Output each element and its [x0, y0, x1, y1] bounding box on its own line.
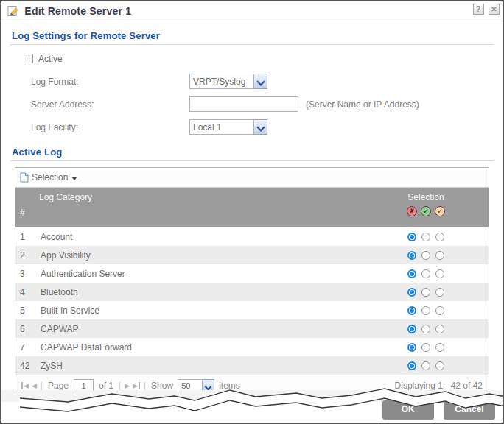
document-icon [20, 172, 29, 183]
chevron-down-icon[interactable] [254, 119, 267, 135]
log-facility-select[interactable]: Local 1 [189, 119, 267, 135]
chevron-down-icon[interactable] [254, 74, 267, 89]
items-label: items [219, 381, 240, 391]
radio-enable[interactable] [421, 233, 430, 241]
active-log-table: Selection Log Category # Selection ✗ ✓ ✓ [15, 167, 489, 397]
enable-all-icon[interactable]: ✓ [421, 206, 431, 216]
table-toolbar: Selection [15, 168, 489, 188]
server-address-hint: (Server Name or IP Address) [306, 99, 419, 110]
table-header: Log Category # Selection ✗ ✓ ✓ [15, 188, 489, 227]
radio-disable[interactable] [407, 288, 416, 297]
radio-enable[interactable] [421, 361, 430, 370]
log-format-select[interactable]: VRPT/Syslog [189, 74, 267, 89]
help-button[interactable]: ? [473, 4, 484, 15]
server-address-label: Server Address: [31, 99, 189, 110]
selection-column-header: Selection [363, 192, 489, 202]
radio-debug[interactable] [435, 251, 444, 260]
log-table-body: 1 Account 2 App Visibility 3 Authenticat… [15, 227, 489, 375]
row-number: 3 [15, 269, 35, 279]
radio-disable[interactable] [407, 343, 416, 352]
selection-menu-label: Selection [32, 172, 68, 183]
radio-debug[interactable] [435, 306, 444, 315]
row-number: 7 [15, 342, 35, 353]
radio-disable[interactable] [407, 306, 416, 315]
radio-disable[interactable] [407, 251, 416, 260]
row-category: ZySH [35, 361, 363, 371]
debug-all-icon[interactable]: ✓ [435, 206, 445, 216]
row-category: App Visibility [35, 250, 363, 261]
table-row: 42 ZySH [15, 356, 489, 375]
table-row: 2 App Visibility [15, 246, 489, 264]
radio-disable[interactable] [407, 325, 416, 333]
divider [10, 44, 494, 45]
table-row: 4 Bluetooth [15, 283, 489, 301]
last-page-icon[interactable]: ▶ [133, 382, 140, 389]
edit-remote-server-dialog: Edit Remote Server 1 ? ✕ Log Settings fo… [0, 0, 504, 424]
radio-enable[interactable] [421, 343, 430, 352]
active-log-section-title: Active Log [12, 146, 492, 158]
active-checkbox[interactable] [24, 54, 33, 63]
radio-enable[interactable] [421, 325, 430, 333]
row-category: CAPWAP DataForward [35, 342, 363, 353]
category-column-header: Log Category [39, 192, 363, 202]
radio-debug[interactable] [435, 288, 444, 297]
server-address-input[interactable] [189, 96, 298, 112]
first-page-icon[interactable]: ◀ [21, 382, 29, 389]
radio-enable[interactable] [421, 251, 430, 260]
radio-debug[interactable] [435, 343, 444, 352]
log-facility-value: Local 1 [189, 119, 254, 135]
table-row: 7 CAPWAP DataForward [15, 338, 489, 356]
radio-disable[interactable] [407, 233, 416, 241]
radio-debug[interactable] [435, 269, 444, 278]
disable-all-icon[interactable]: ✗ [407, 206, 417, 216]
table-row: 3 Authentication Server [15, 264, 489, 283]
displaying-status: Displaying 1 - 42 of 42 [395, 381, 483, 391]
radio-enable[interactable] [421, 288, 430, 297]
log-format-label: Log Format: [31, 77, 189, 87]
caret-down-icon [71, 177, 77, 180]
selection-menu-button[interactable]: Selection [20, 172, 77, 183]
ok-button[interactable]: OK [382, 400, 434, 420]
table-row: 1 Account [15, 227, 489, 246]
row-category: Authentication Server [35, 269, 363, 279]
log-facility-label: Log Facility: [31, 122, 189, 132]
radio-debug[interactable] [435, 325, 444, 333]
number-column-header: # [20, 208, 363, 218]
edit-icon [7, 5, 19, 17]
radio-enable[interactable] [421, 269, 430, 278]
radio-debug[interactable] [435, 361, 444, 370]
row-number: 5 [15, 305, 35, 316]
show-label: Show [151, 381, 173, 391]
radio-disable[interactable] [407, 361, 416, 370]
radio-disable[interactable] [407, 269, 416, 278]
row-number: 4 [15, 287, 35, 297]
log-format-value: VRPT/Syslog [189, 74, 254, 89]
row-number: 1 [15, 232, 35, 242]
divider [10, 160, 494, 161]
row-number: 42 [15, 361, 35, 371]
row-category: Bluetooth [35, 287, 363, 297]
table-row: 5 Built-in Service [15, 301, 489, 319]
log-settings-section-title: Log Settings for Remote Server [12, 30, 492, 41]
table-row: 6 CAPWAP [15, 319, 489, 338]
cancel-button[interactable]: Cancel [444, 400, 495, 420]
row-category: Built-in Service [35, 305, 363, 316]
close-button[interactable]: ✕ [489, 4, 500, 15]
row-number: 2 [15, 250, 35, 261]
active-label: Active [38, 54, 63, 64]
page-label: Page [48, 381, 69, 391]
next-page-icon[interactable]: ▶ [125, 382, 130, 389]
row-category: CAPWAP [35, 324, 363, 334]
prev-page-icon[interactable]: ◀ [32, 382, 37, 389]
page-of-label: of 1 [99, 381, 113, 391]
dialog-title: Edit Remote Server 1 [24, 5, 131, 17]
dialog-titlebar: Edit Remote Server 1 ? ✕ [1, 1, 503, 21]
row-category: Account [35, 232, 363, 242]
row-number: 6 [15, 324, 35, 334]
radio-debug[interactable] [435, 233, 444, 241]
radio-enable[interactable] [421, 306, 430, 315]
